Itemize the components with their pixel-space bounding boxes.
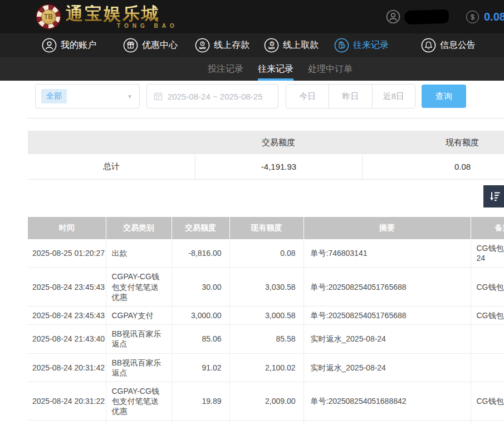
yesterday-button[interactable]: 昨日 xyxy=(329,85,372,108)
table-row: 2025-08-24 20:31:22 CGPAY-CG钱包支付笔笔送优惠 19… xyxy=(28,382,504,421)
nav-label: 线上取款 xyxy=(283,39,319,51)
quick-date-button-group: 今日 昨日 近8日 xyxy=(286,84,415,108)
tab-label: 处理中订单 xyxy=(308,63,353,75)
cell-time: 2025-08-25 01:20:27 xyxy=(28,239,106,268)
nav-label: 往来记录 xyxy=(353,39,389,51)
cell-balance: 0.08 xyxy=(229,239,304,268)
sub-nav: 投注记录 往来记录 处理中订单 xyxy=(0,57,504,81)
gift-icon xyxy=(123,38,138,53)
col-header-time: 时间 xyxy=(28,217,106,239)
cell-balance: 2,009.00 xyxy=(229,382,304,421)
cell-time: 2025-08-24 21:43:40 xyxy=(28,325,106,353)
tab-bet-records[interactable]: 投注记录 xyxy=(208,57,243,81)
cell-remark: CG钱包 xyxy=(471,421,504,425)
user-avatar-icon xyxy=(386,9,400,24)
chevron-down-icon: ▼ xyxy=(127,93,133,100)
cell-type: CGPAY支付 xyxy=(106,306,172,324)
cell-summary: 单号:202508254051765688 xyxy=(304,306,471,324)
tab-pending-orders[interactable]: 处理中订单 xyxy=(308,57,353,81)
cell-amount: 30.00 xyxy=(172,268,229,307)
table-row: 2025-08-25 01:20:27 出款 -8,816.00 0.08 单号… xyxy=(28,239,504,268)
account-area: $ 0.08 R xyxy=(386,0,504,33)
cell-time: 2025-08-24 23:45:43 xyxy=(28,268,106,307)
cell-time: 2025-08-24 20:31:42 xyxy=(28,353,106,382)
balance-amount: 0.08 xyxy=(484,11,504,23)
cell-time: 2025-08-24 20:31:22 xyxy=(28,382,106,421)
table-row: 2025-08-24 20:31:22 CGPAY支付 1,989.00 1,9… xyxy=(28,421,504,425)
brand-logo[interactable]: TB 通宝娱乐城 TONG BAO xyxy=(36,4,178,29)
col-header-summary: 摘要 xyxy=(304,217,471,239)
nav-item-transaction-records[interactable]: 往来记录 xyxy=(334,38,389,53)
summary-total-row: 总计 -4,191.93 0.08 xyxy=(28,154,504,180)
summary-total-transaction: -4,191.93 xyxy=(195,154,362,179)
cell-amount: 91.02 xyxy=(172,353,229,382)
top-bar: TB 通宝娱乐城 TONG BAO $ 0.08 R xyxy=(0,0,504,33)
chip-badge: TB xyxy=(41,9,56,24)
col-header-remark: 备注 xyxy=(471,217,504,239)
cell-type: BB视讯百家乐返点 xyxy=(106,325,172,353)
cell-remark: CG钱包 xyxy=(471,268,504,307)
cell-remark: CG钱包 xyxy=(471,382,504,421)
cell-amount: 1,989.00 xyxy=(172,421,229,425)
nav-item-my-account[interactable]: 我的账户 xyxy=(42,38,96,53)
type-filter-dropdown[interactable]: 全部 ▼ xyxy=(35,84,140,108)
cell-summary: 单号:202508254051688842 xyxy=(304,382,471,421)
date-range-input[interactable]: 2025-08-24 ~ 2025-08-25 xyxy=(146,84,278,108)
summary-table: 交易额度 现有额度 总计 -4,191.93 0.08 xyxy=(28,131,504,180)
cell-type: BB视讯百家乐返点 xyxy=(106,353,172,382)
col-header-balance: 现有额度 xyxy=(229,217,304,239)
logo-title: 通宝娱乐城 xyxy=(66,5,178,22)
nav-item-promotions[interactable]: 优惠中心 xyxy=(123,38,178,53)
cell-type: CGPAY支付 xyxy=(106,421,172,425)
cell-balance: 2,100.02 xyxy=(229,353,304,382)
dollar-coin-icon: $ xyxy=(466,11,479,23)
date-range-value: 2025-08-24 ~ 2025-08-25 xyxy=(168,92,263,101)
summary-header-transaction: 交易额度 xyxy=(195,137,362,148)
poker-chip-icon: TB xyxy=(36,4,61,29)
cell-remark xyxy=(471,353,504,382)
table-header-row: 时间 交易类别 交易额度 现有额度 摘要 备注 xyxy=(28,217,504,239)
summary-header-row: 交易额度 现有额度 xyxy=(28,131,504,154)
nav-item-announcements[interactable]: 信息公告 xyxy=(421,38,476,53)
cell-summary: 实时返水_2025-08-24 xyxy=(304,325,471,353)
logo-text: 通宝娱乐城 TONG BAO xyxy=(66,5,178,29)
cell-time: 2025-08-24 23:45:43 xyxy=(28,306,106,324)
sort-button[interactable] xyxy=(483,185,504,207)
cell-summary: 单号:202508254051688842 xyxy=(304,421,471,425)
cell-time: 2025-08-24 20:31:22 xyxy=(28,421,106,425)
cell-balance: 1,989.11 xyxy=(229,421,304,425)
active-tab-underline xyxy=(258,78,293,81)
table-row: 2025-08-24 23:45:43 CGPAY支付 3,000.00 3,0… xyxy=(28,306,504,324)
cell-summary: 单号:202508254051765688 xyxy=(304,268,471,307)
main-nav: 我的账户 优惠中心 ¥ 线上存款 xyxy=(0,33,504,57)
col-header-amount: 交易额度 xyxy=(172,217,229,239)
cell-remark xyxy=(471,325,504,353)
last-8-days-button[interactable]: 近8日 xyxy=(373,85,415,108)
tab-transaction-records[interactable]: 往来记录 xyxy=(258,57,293,81)
svg-text:$: $ xyxy=(271,42,273,45)
user-icon xyxy=(42,38,57,53)
svg-text:¥: ¥ xyxy=(202,42,203,45)
cell-amount: 3,000.00 xyxy=(172,306,229,324)
nav-label: 线上存款 xyxy=(214,39,249,51)
query-button[interactable]: 查询 xyxy=(422,85,466,108)
records-icon xyxy=(334,38,349,53)
page: TB 通宝娱乐城 TONG BAO $ 0.08 R xyxy=(0,0,504,425)
cell-remark: CG钱包- 24 xyxy=(471,239,504,268)
cell-summary: 单号:746803141 xyxy=(304,239,471,268)
tab-label: 往来记录 xyxy=(258,63,293,75)
today-button[interactable]: 今日 xyxy=(286,85,329,108)
nav-item-withdraw[interactable]: $ 线上取款 xyxy=(264,38,319,53)
calendar-icon xyxy=(154,92,163,101)
cell-amount: 85.06 xyxy=(172,325,229,353)
nav-label: 我的账户 xyxy=(61,39,96,51)
transactions-table: 时间 交易类别 交易额度 现有额度 摘要 备注 2025-08-25 01:20… xyxy=(28,217,504,425)
cell-type: 出款 xyxy=(106,239,172,268)
nav-label: 优惠中心 xyxy=(142,39,178,51)
section-divider xyxy=(27,118,504,118)
cell-balance: 3,000.58 xyxy=(229,306,304,324)
nav-item-deposit[interactable]: ¥ 线上存款 xyxy=(195,38,249,53)
cell-type: CGPAY-CG钱包支付笔笔送优惠 xyxy=(106,382,172,421)
cell-amount: -8,816.00 xyxy=(172,239,229,268)
withdraw-icon: $ xyxy=(264,38,279,53)
